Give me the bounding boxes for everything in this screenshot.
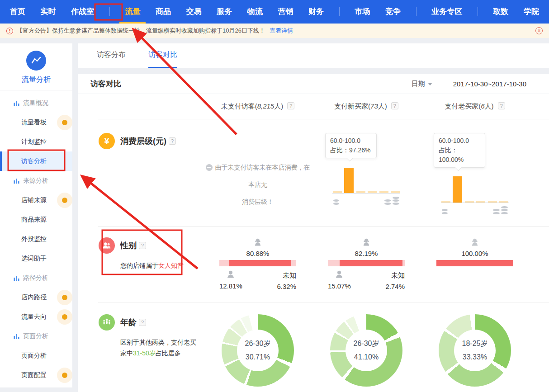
nav-item-realtime[interactable]: 实时 [41,0,56,24]
age-donut-repeat-buyers[interactable]: 18-25岁 33.33% [439,314,511,387]
unknown-stat: 未知 2.74% [385,269,405,292]
consumption-title-block: ¥ 消费层级(元) ? [78,133,204,214]
nav-item-trade[interactable]: 交易 [186,0,202,24]
consumption-chart-new-buyers[interactable]: 60.0-100.0 占比：97.26% [332,133,400,205]
nav-item-products[interactable]: 商品 [156,0,171,24]
female-icon [328,237,405,248]
gender-stacked-bar[interactable] [219,260,296,266]
nav-item-data-fetch[interactable]: 取数 [493,0,508,24]
age-subtitle: 区别于其他两类，支付老买 家中31-50岁占比居多 [120,337,197,359]
close-icon[interactable]: × [535,27,543,34]
nav-item-finance[interactable]: 财务 [308,0,324,24]
sidebar-menu: 流量概况 流量看板 计划监控 访客分析 来源分析 店铺来源 商品来源 外投监控 … [0,90,72,385]
minus-circle-icon [206,164,213,171]
age-donut-new-buyers[interactable]: 26-30岁 41.10% [330,314,402,387]
nav-item-logistics[interactable]: 物流 [247,0,263,24]
sidebar-item-external-monitor[interactable]: 外投监控 [0,229,72,249]
help-icon[interactable]: ? [498,102,505,109]
nav-item-service[interactable]: 服务 [217,0,232,24]
date-dropdown[interactable]: 日期 [412,80,432,88]
sidebar-item-label: 店铺来源 [21,196,47,204]
sidebar-group-label: 来源分析 [23,177,48,185]
sidebar-group-path-analysis[interactable]: 路径分析 [0,268,72,288]
sidebar-item-plan-monitor[interactable]: 计划监控 [0,132,72,151]
sidebar-group-page-analysis[interactable]: 页面分析 [0,326,72,346]
date-range-value[interactable]: 2017-10-30~2017-10-30 [453,80,526,88]
sidebar-item-traffic-destination[interactable]: 流量去向 [0,307,72,326]
traffic-analysis-icon [26,51,46,71]
chart-group-icon [14,178,19,184]
sidebar-item-instore-path[interactable]: 店内路径 [0,288,72,307]
gender-stacked-bar[interactable] [436,260,513,266]
nav-item-home[interactable]: 首页 [10,0,25,24]
column-header-new-buyers: 支付新买家(73人) ? [312,102,421,111]
sidebar-item-keyword-helper[interactable]: 选词助手 [0,249,72,268]
nav-item-competition[interactable]: 竞争 [385,0,401,24]
nav-divider [339,7,340,16]
consumption-chart-repeat-buyers[interactable]: 60.0-100.0 占比：100.00% [441,133,509,214]
top-nav: 首页 实时 作战室 流量 商品 交易 服务 物流 营销 财务 市场 竞争 业务专… [0,0,549,24]
nav-divider [416,7,416,16]
sidebar-group-traffic-overview[interactable]: 流量概况 [0,93,72,113]
sidebar-item-label: 页面配置 [21,371,47,379]
female-icon [436,237,513,248]
view-details-link[interactable]: 查看详情 [270,27,293,35]
help-icon[interactable]: ? [169,137,176,145]
section-consumption-level: ¥ 消费层级(元) ? 由于未支付访客未在本店消费，在本店无 消费层级！ 60.… [78,119,549,226]
sidebar-item-label: 外投监控 [21,235,47,243]
warning-icon: ! [6,28,13,34]
age-family-icon [99,314,115,331]
gender-subtitle: 您的店铺属于女人知音 [120,260,197,271]
tab-visitor-distribution[interactable]: 访客分布 [97,43,126,68]
female-icon [219,237,296,248]
axis-coin-icons [441,205,509,214]
section-title: 年龄 [120,317,137,328]
coin-small-icon [442,205,448,214]
nav-item-business-zone[interactable]: 业务专区 [431,0,462,24]
help-icon[interactable]: ? [391,102,398,109]
gender-chart-new-buyers[interactable]: 82.19% 15.07% 未知 2.74% [328,237,405,292]
sidebar-item-page-config[interactable]: 页面配置 [0,365,72,385]
female-percentage: 80.88% [219,250,296,257]
main-content: 访客分布 访客对比 访客对比 日期 2017-10-30~2017-10-30 … [78,43,549,392]
notification-dot [62,198,67,203]
help-icon[interactable]: ? [139,242,146,249]
gender-stacked-bar[interactable] [328,260,405,266]
column-header-unpaid-visitors: 未支付访客(8,215人) ? [204,102,312,111]
female-percentage: 82.19% [328,250,405,257]
nav-divider [478,7,478,16]
column-header-repeat-buyers: 支付老买家(6人) ? [421,102,529,111]
help-icon[interactable]: ? [287,102,294,109]
help-icon[interactable]: ? [139,319,146,326]
yen-icon: ¥ [99,133,115,149]
sidebar-item-product-source[interactable]: 商品来源 [0,210,72,229]
gender-title-block: 性别 ? 您的店铺属于女人知音 [78,237,204,292]
sidebar-header: 流量分析 [0,43,72,90]
nav-item-market[interactable]: 市场 [355,0,370,24]
gender-chart-unpaid-visitors[interactable]: 80.88% 12.81% 未知 6.32% [219,237,296,292]
age-donut-unpaid-visitors[interactable]: 26-30岁 30.71% [222,314,294,387]
nav-item-warroom[interactable]: 作战室 [71,0,94,24]
nav-item-marketing[interactable]: 营销 [278,0,293,24]
sidebar-item-visitor-analysis[interactable]: 访客分析 [0,151,72,171]
chart-group-icon [14,100,19,106]
sidebar-item-label: 流量看板 [21,118,47,127]
sidebar-item-page-analysis[interactable]: 页面分析 [0,346,72,365]
nav-item-academy[interactable]: 学院 [524,0,539,24]
sidebar-item-traffic-board[interactable]: 流量看板 [0,113,72,132]
bar-chart[interactable] [332,166,400,194]
sidebar-group-source-analysis[interactable]: 来源分析 [0,171,72,190]
sidebar: 流量分析 流量概况 流量看板 计划监控 访客分析 来源分析 店铺来源 商品来源 … [0,43,72,387]
notification-dot [62,295,67,300]
column-headers: 未支付访客(8,215人) ? 支付新买家(73人) ? 支付老买家(6人) ? [78,94,549,119]
gender-chart-repeat-buyers[interactable]: 100.00% [436,237,513,266]
nav-item-traffic[interactable]: 流量 [125,0,140,24]
chart-group-icon [14,333,19,339]
nav-divider [109,7,110,16]
bar-chart[interactable] [441,176,509,203]
tab-visitor-comparison[interactable]: 访客对比 [148,43,177,68]
announcement-bar: ! 【官方公告】保持生意参谋产品整体数据统一性，流量纵横实时收藏加购指标于10月… [0,24,549,38]
male-icon [334,269,345,280]
sidebar-item-shop-source[interactable]: 店铺来源 [0,190,72,210]
section-title: 性别 [120,240,137,251]
